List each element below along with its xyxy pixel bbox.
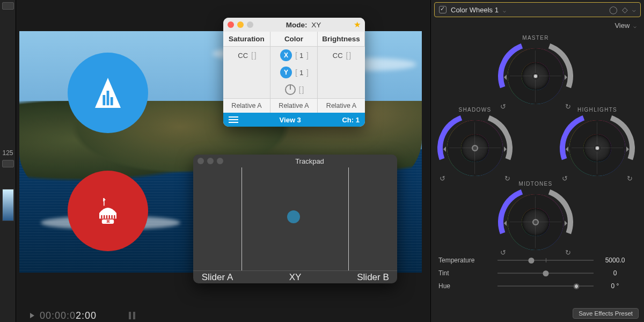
param-label: Hue — [438, 282, 497, 290]
slider-knob[interactable] — [573, 283, 579, 289]
svg-text:⌘: ⌘ — [106, 219, 110, 224]
color-wheel[interactable]: ↺ ↻ — [565, 116, 630, 180]
reset-right-icon[interactable]: ↻ — [565, 248, 571, 257]
mode-relative-bri[interactable]: Relative A — [318, 98, 365, 113]
reset-left-icon[interactable]: ↺ — [500, 248, 506, 257]
color-wheel[interactable]: ↺ ↻ — [443, 116, 507, 180]
mode-footer-view[interactable]: View 3 — [238, 116, 342, 124]
window-close-icon[interactable] — [228, 21, 234, 28]
param-value[interactable]: 0 — [594, 269, 636, 277]
bracket-icon: ] — [306, 51, 308, 60]
mode-relative-sat[interactable]: Relative A — [223, 98, 270, 113]
inspector-view-menu[interactable]: View ⌵ — [431, 17, 644, 32]
arrow-right-icon[interactable] — [626, 147, 632, 152]
svg-rect-8 — [111, 215, 112, 218]
mode-cell-sat-cc[interactable]: CC [ ] — [223, 47, 270, 64]
arrow-right-icon[interactable] — [504, 147, 509, 152]
keyframe-icon[interactable]: ◇ — [622, 5, 628, 14]
svg-rect-4 — [101, 215, 102, 218]
slider-knob[interactable] — [528, 258, 534, 264]
mode-panel-titlebar[interactable]: Mode: XY ★ — [223, 18, 365, 32]
trackpad-label-slider-a: Slider A — [193, 271, 241, 283]
mode-relative-col[interactable]: Relative A — [270, 98, 318, 113]
arrow-left-icon[interactable] — [501, 221, 507, 226]
timecode-dim: 00:00:0 — [40, 310, 76, 321]
arrow-right-icon[interactable] — [565, 75, 570, 80]
window-minimize-icon[interactable] — [207, 158, 214, 164]
left-sidebar-icon-top[interactable] — [2, 2, 14, 10]
trackpad-surface[interactable] — [193, 167, 397, 270]
window-zoom-icon[interactable] — [247, 21, 253, 28]
bracket-icon: [ ] — [346, 51, 350, 60]
mode-cell-color-x[interactable]: X [ 1 ] — [270, 47, 318, 64]
mode-panel-grid: Saturation Color Brightness CC [ ] X [ 1… — [223, 32, 365, 113]
wheel-label: MIDTONES — [503, 181, 568, 187]
chevron-down-icon: ⌵ — [503, 8, 506, 13]
hamburger-menu-icon[interactable] — [229, 116, 238, 123]
mode-footer-channel[interactable]: Ch: 1 — [342, 116, 360, 124]
chevron-down-icon[interactable]: ⌵ — [632, 6, 636, 13]
arrow-left-icon[interactable] — [563, 147, 568, 152]
arrow-left-icon[interactable] — [441, 147, 446, 152]
effect-enable-checkbox[interactable] — [439, 6, 447, 13]
trackpad-titlebar[interactable]: Trackpad — [193, 155, 397, 167]
favorite-star-icon[interactable]: ★ — [354, 20, 361, 30]
timecode-bright: 2:00 — [76, 310, 97, 321]
wheel-highlights: HIGHLIGHTS ↺ ↻ — [565, 107, 630, 180]
save-effects-preset-button[interactable]: Save Effects Preset — [573, 308, 639, 319]
trackpad-label-xy: XY — [241, 271, 349, 283]
param-temperature: Temperature 5000.0 — [438, 254, 636, 267]
arrow-right-icon[interactable] — [565, 221, 570, 226]
window-minimize-icon[interactable] — [237, 21, 244, 28]
reset-left-icon[interactable]: ↺ — [440, 174, 445, 182]
mode-panel-footer: View 3 Ch: 1 — [223, 113, 365, 127]
wheel-handle[interactable] — [532, 73, 539, 79]
mode-col-brightness[interactable]: Brightness — [318, 32, 365, 47]
trackpad-panel[interactable]: Trackpad Slider A XY Slider B — [193, 155, 397, 283]
wheel-midtones: MIDTONES ↺ ↻ — [503, 181, 568, 254]
mode-col-saturation[interactable]: Saturation — [223, 32, 270, 47]
param-slider[interactable] — [497, 257, 594, 264]
color-wheel[interactable]: ↺ ↻ — [503, 44, 568, 108]
color-wheel[interactable]: ↺ ↻ — [503, 190, 568, 254]
left-sidebar-icon-mid[interactable] — [2, 160, 14, 167]
cc-label: CC — [238, 52, 248, 60]
mask-icon[interactable]: ◯ — [609, 5, 618, 14]
y-axis-pill: Y — [280, 67, 292, 78]
wheel-handle[interactable] — [472, 145, 478, 151]
svg-rect-7 — [109, 215, 110, 218]
param-slider[interactable] — [497, 269, 594, 277]
slider-knob[interactable] — [543, 270, 548, 276]
arrow-left-icon[interactable] — [501, 75, 507, 80]
window-zoom-icon[interactable] — [217, 158, 223, 164]
trackpad-cursor[interactable] — [287, 210, 300, 223]
marker-icon[interactable] — [129, 312, 131, 319]
wheel-handle[interactable] — [532, 219, 539, 225]
mode-cell-empty — [318, 81, 365, 98]
mode-col-color[interactable]: Color — [270, 32, 318, 47]
mode-cell-color-y[interactable]: Y [ 1 ] — [270, 64, 318, 81]
mode-cell-power[interactable]: [ ] — [270, 81, 318, 98]
channel-value: 1 — [356, 116, 360, 124]
mode-panel[interactable]: Mode: XY ★ Saturation Color Brightness C… — [223, 18, 365, 127]
mode-cell-bri-cc[interactable]: CC [ ] — [318, 47, 365, 64]
chevron-down-icon: ⌵ — [633, 23, 636, 29]
reset-right-icon[interactable]: ↻ — [627, 174, 633, 182]
effect-title[interactable]: Color Wheels 1 ⌵ — [451, 6, 506, 14]
svg-rect-1 — [107, 91, 109, 105]
param-value[interactable]: 5000.0 — [594, 257, 636, 264]
window-close-icon[interactable] — [197, 158, 204, 164]
inspector-view-label: View — [614, 21, 630, 30]
param-label: Tint — [438, 269, 497, 277]
param-value[interactable]: 0 ° — [594, 282, 636, 290]
timecode[interactable]: 00:00:02:00 — [40, 310, 97, 321]
play-icon[interactable] — [30, 313, 34, 318]
left-sidebar-thumbnail[interactable] — [2, 189, 14, 221]
wheel-handle[interactable] — [594, 145, 601, 151]
wheel-master: MASTER ↺ ↻ — [503, 35, 568, 108]
param-label: Temperature — [438, 257, 497, 264]
inspector-header[interactable]: Color Wheels 1 ⌵ ◯ ◇ ⌵ — [434, 2, 641, 17]
wheel-shadows: SHADOWS ↺ ↻ — [443, 107, 507, 180]
param-slider[interactable] — [497, 282, 594, 290]
bracket-icon: [ — [295, 51, 296, 60]
